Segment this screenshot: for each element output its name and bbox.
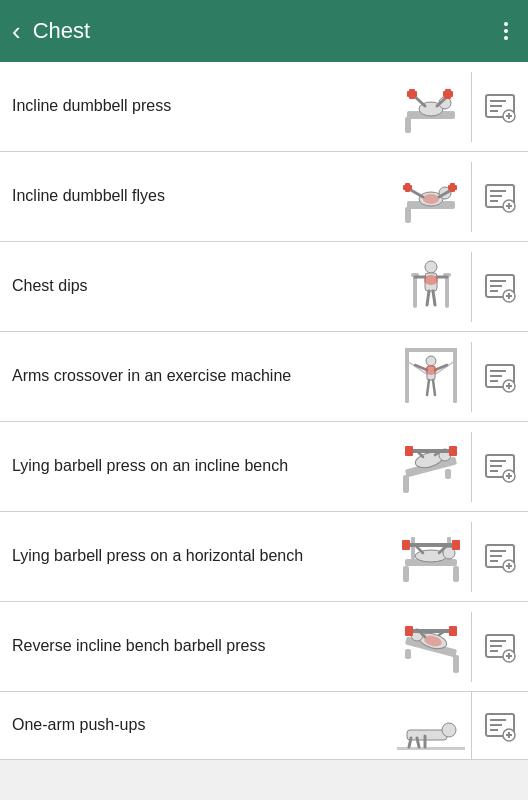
add-exercise-button[interactable] [472, 607, 528, 687]
add-icon [484, 271, 516, 303]
exercise-illustration [397, 73, 465, 141]
svg-rect-127 [407, 730, 447, 740]
add-icon [484, 361, 516, 393]
add-icon [484, 451, 516, 483]
list-item[interactable]: Reverse incline bench barbell press [0, 602, 528, 692]
svg-rect-91 [453, 566, 459, 582]
exercise-image [391, 607, 471, 687]
overflow-menu-button[interactable] [496, 14, 516, 48]
exercise-name: Chest dips [0, 260, 391, 313]
svg-rect-114 [405, 626, 413, 636]
dot2 [504, 29, 508, 33]
app-header: ‹ Chest [0, 0, 528, 62]
svg-line-131 [417, 738, 419, 747]
svg-rect-115 [449, 626, 457, 636]
list-item[interactable]: Lying barbell press on a horizontal benc… [0, 512, 528, 602]
svg-rect-1 [405, 117, 411, 133]
svg-rect-55 [405, 348, 457, 352]
list-item[interactable]: Chest dips [0, 242, 528, 332]
exercise-illustration [397, 163, 465, 231]
svg-rect-92 [411, 537, 415, 559]
exercise-image [391, 427, 471, 507]
add-exercise-button[interactable] [472, 337, 528, 417]
dot3 [504, 36, 508, 40]
exercise-image [391, 157, 471, 237]
svg-point-128 [442, 723, 456, 737]
add-exercise-button[interactable] [472, 157, 528, 237]
svg-rect-113 [409, 629, 453, 633]
svg-point-94 [415, 550, 447, 562]
exercise-name: Lying barbell press on an incline bench [0, 440, 391, 493]
svg-rect-109 [453, 655, 459, 673]
svg-rect-54 [453, 348, 457, 403]
dot1 [504, 22, 508, 26]
exercise-name: One-arm push-ups [0, 699, 391, 752]
exercise-illustration [397, 613, 465, 681]
svg-line-130 [409, 738, 411, 747]
svg-rect-9 [445, 89, 451, 99]
svg-point-39 [425, 261, 437, 273]
svg-point-27 [423, 194, 439, 204]
list-item[interactable]: Arms crossover in an exercise machine [0, 332, 528, 422]
svg-point-58 [426, 356, 436, 366]
svg-rect-78 [405, 446, 413, 456]
list-item[interactable]: Incline dumbbell flyes [0, 152, 528, 242]
svg-rect-79 [449, 446, 457, 456]
exercise-image [391, 517, 471, 597]
exercise-name: Incline dumbbell flyes [0, 170, 391, 223]
svg-rect-98 [452, 540, 460, 550]
svg-point-64 [425, 365, 437, 375]
exercise-name: Arms crossover in an exercise machine [0, 350, 391, 403]
add-icon [484, 631, 516, 663]
svg-rect-110 [405, 649, 411, 659]
svg-rect-26 [450, 183, 455, 192]
svg-rect-126 [397, 747, 465, 750]
svg-line-44 [433, 291, 435, 305]
exercise-illustration [397, 433, 465, 501]
add-exercise-button[interactable] [472, 427, 528, 507]
list-item[interactable]: Incline dumbbell press [0, 62, 528, 152]
add-icon [484, 541, 516, 573]
add-icon [484, 710, 516, 742]
list-item[interactable]: One-arm push-ups [0, 692, 528, 760]
list-item[interactable]: Lying barbell press on an incline bench [0, 422, 528, 512]
svg-rect-77 [409, 449, 453, 453]
exercise-name: Lying barbell press on a horizontal benc… [0, 530, 391, 583]
svg-point-45 [424, 275, 438, 285]
svg-rect-18 [405, 207, 411, 223]
add-icon [484, 91, 516, 123]
exercise-image [391, 67, 471, 147]
exercise-illustration [397, 343, 465, 411]
exercise-name: Incline dumbbell press [0, 80, 391, 133]
page-title: Chest [33, 18, 90, 44]
svg-line-62 [427, 380, 429, 395]
svg-rect-97 [402, 540, 410, 550]
exercise-illustration [397, 253, 465, 321]
svg-line-43 [427, 291, 429, 305]
svg-rect-53 [405, 348, 409, 403]
header-left: ‹ Chest [12, 18, 90, 44]
exercise-image [391, 337, 471, 417]
svg-rect-8 [409, 89, 415, 99]
svg-line-21 [409, 189, 423, 197]
exercise-image [391, 247, 471, 327]
svg-rect-73 [403, 475, 409, 493]
exercise-list: Incline dumbbell press [0, 62, 528, 760]
add-exercise-button[interactable] [472, 692, 528, 760]
exercise-illustration [397, 523, 465, 591]
add-exercise-button[interactable] [472, 247, 528, 327]
add-exercise-button[interactable] [472, 517, 528, 597]
svg-line-63 [433, 380, 435, 395]
exercise-image [391, 692, 471, 760]
exercise-illustration [397, 692, 465, 760]
svg-rect-74 [445, 469, 451, 479]
svg-rect-24 [405, 183, 410, 192]
add-icon [484, 181, 516, 213]
exercise-name: Reverse incline bench barbell press [0, 620, 391, 673]
add-exercise-button[interactable] [472, 67, 528, 147]
svg-rect-90 [403, 566, 409, 582]
back-button[interactable]: ‹ [12, 18, 21, 44]
